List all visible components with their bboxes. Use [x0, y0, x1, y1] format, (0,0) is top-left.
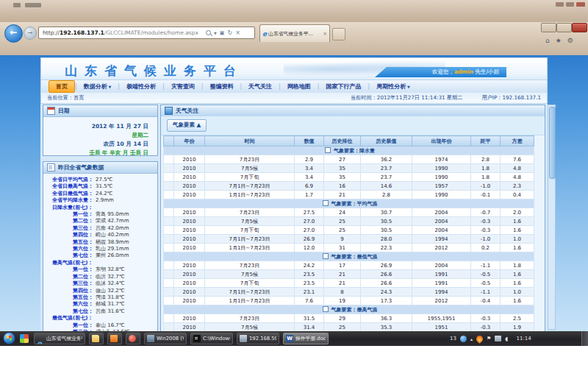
welcome-banner: 欢迎您，admin 先生/小姐: [375, 67, 506, 77]
data-cell: 2.9: [295, 155, 324, 164]
data-cell: 2010: [174, 155, 205, 164]
yesterday-panel-header: 昨日全省气象数据: [43, 162, 157, 174]
rank-value: 微山 32.2℃: [96, 288, 125, 294]
close-button[interactable]: [572, 23, 587, 32]
compatibility-icon[interactable]: ▣: [220, 30, 225, 36]
taskbar-button-orange[interactable]: [107, 333, 122, 344]
data-cell: 26.6: [361, 279, 412, 288]
document-icon: [47, 163, 55, 171]
data-cell: 1974: [412, 155, 471, 164]
current-time-label: 当前时间：2012年11月27日 11:14:31 星期二: [351, 94, 463, 102]
data-cell: 1990: [412, 173, 471, 182]
tray-globe-icon[interactable]: [460, 336, 467, 342]
data-cell: 7月23日: [205, 261, 295, 270]
tray-flame-icon[interactable]: [475, 334, 484, 344]
background-minimize-button[interactable]: [556, 2, 564, 7]
nav-item-2[interactable]: 数据分析 ▼: [77, 81, 118, 92]
data-cell: 23.7: [361, 164, 412, 173]
data-cell: 26.6: [361, 270, 412, 279]
data-cell: 19: [324, 297, 361, 305]
data-cell: 7月5候: [205, 217, 295, 226]
data-cell: 7月5候: [205, 270, 295, 279]
nav-item-8[interactable]: 国家下行产品: [320, 81, 368, 92]
row-checkbox-cell: [164, 270, 174, 279]
data-cell: 7月下旬: [205, 226, 295, 235]
data-cell: 1955,1951: [412, 314, 471, 323]
maximize-button[interactable]: [556, 23, 572, 32]
group-checkbox[interactable]: [323, 200, 329, 206]
nav-item-1[interactable]: 首页: [49, 80, 75, 93]
nav-item-5[interactable]: 整编资料: [203, 81, 240, 92]
data-cell: 24.3: [361, 288, 412, 297]
data-cell: 30.7: [361, 208, 412, 217]
refresh-icon[interactable]: ↻: [227, 29, 232, 36]
nav-item-7[interactable]: 网格地图: [281, 81, 318, 92]
data-cell: 27.0: [295, 217, 324, 226]
browser-chrome: ← → http://192.168.137.1/GLCCLIMATE/modu…: [0, 22, 588, 56]
taskbar-button-cmd[interactable]: C:\Windows\s...: [190, 333, 233, 344]
minimize-button[interactable]: [541, 23, 556, 32]
launcher-icon[interactable]: [20, 334, 29, 343]
stat-value: 31.5℃: [96, 183, 112, 190]
network-icon[interactable]: [495, 336, 501, 342]
group-checkbox[interactable]: [323, 306, 329, 312]
column-header: 历史极值: [361, 136, 412, 146]
show-desktop-button[interactable]: [581, 331, 588, 346]
favorites-star-icon[interactable]: ★: [556, 37, 562, 44]
data-cell: -0.5: [471, 279, 501, 288]
background-window-icon: [13, 3, 21, 7]
back-button[interactable]: ←: [4, 24, 23, 43]
section-title: 最高气温(前七)：: [43, 260, 157, 266]
chevron-down-icon[interactable]: ▼: [214, 31, 217, 35]
stat-value: 24.2℃: [96, 191, 112, 197]
background-maximize-button[interactable]: [566, 2, 574, 7]
flag-icon[interactable]: ⚑: [487, 336, 491, 342]
background-close-button[interactable]: [576, 2, 585, 7]
group-cell: 气象要素：最高气温: [164, 305, 534, 314]
data-cell: 21: [324, 191, 361, 199]
data-cell: 2010: [174, 217, 205, 226]
home-icon[interactable]: ⌂: [545, 37, 550, 44]
browser-tab[interactable]: e 山东省气候业务平... ×: [259, 24, 330, 42]
speaker-icon[interactable]: ◖: [505, 336, 508, 342]
taskbar-button-folder[interactable]: [89, 333, 104, 344]
start-button[interactable]: [3, 332, 15, 344]
nav-item-4[interactable]: 灾害查询: [165, 81, 201, 92]
data-cell: 23.1: [295, 288, 324, 297]
taskbar-button-media[interactable]: [126, 333, 140, 344]
data-cell: 2010: [174, 182, 205, 191]
new-tab-button[interactable]: [332, 28, 345, 40]
scrollbar-thumb[interactable]: [549, 107, 556, 179]
table-row: 20107月5候23.52126.61991-0.51.6: [164, 270, 534, 279]
group-checkbox[interactable]: [323, 253, 329, 259]
data-cell: -0.3: [471, 217, 501, 226]
data-cell: 1.6: [501, 226, 534, 235]
table-row: 20101月1日~7月23日7.61917.32012-0.41.6: [164, 297, 534, 305]
stop-icon[interactable]: ×: [235, 29, 240, 36]
element-filter-button[interactable]: 气象要素 ▲: [167, 119, 207, 132]
taskbar-clock[interactable]: 11:14: [516, 336, 531, 342]
data-cell: 7月下旬: [205, 279, 295, 288]
taskbar-button-vm[interactable]: Win2008 (VS2...: [144, 333, 187, 344]
data-cell: 3.4: [295, 164, 324, 173]
forward-button[interactable]: →: [24, 26, 37, 40]
settings-gear-icon[interactable]: ⚙: [567, 37, 573, 44]
background-window-icon: [25, 3, 41, 7]
group-checkbox[interactable]: [325, 147, 331, 153]
group-title: 气象要素：降水量: [334, 148, 375, 154]
page-scrollbar[interactable]: [548, 105, 556, 330]
nav-item-3[interactable]: 极端性分析: [120, 81, 162, 92]
taskbar-button-word[interactable]: 操作手册.docx ...: [283, 333, 329, 344]
data-cell: 2010: [174, 173, 205, 182]
tab-close-icon[interactable]: ×: [323, 31, 327, 37]
search-icon[interactable]: [206, 30, 211, 35]
data-cell: 17.3: [361, 297, 412, 305]
taskbar-button-ie[interactable]: 山东省气候业务平: [34, 333, 85, 344]
tray-expand-icon[interactable]: ▴: [470, 336, 473, 342]
data-cell: 31: [324, 244, 361, 252]
nav-item-6[interactable]: 天气关注: [242, 81, 279, 92]
stat-row: 全省日最低气温：24.2℃: [43, 191, 157, 197]
taskbar-button-rdp[interactable]: 192.168.59.99...: [237, 333, 279, 344]
taskbar-button-label: C:\Windows\s...: [203, 336, 230, 342]
nav-item-9[interactable]: 周期性分析 ▼: [370, 81, 417, 92]
